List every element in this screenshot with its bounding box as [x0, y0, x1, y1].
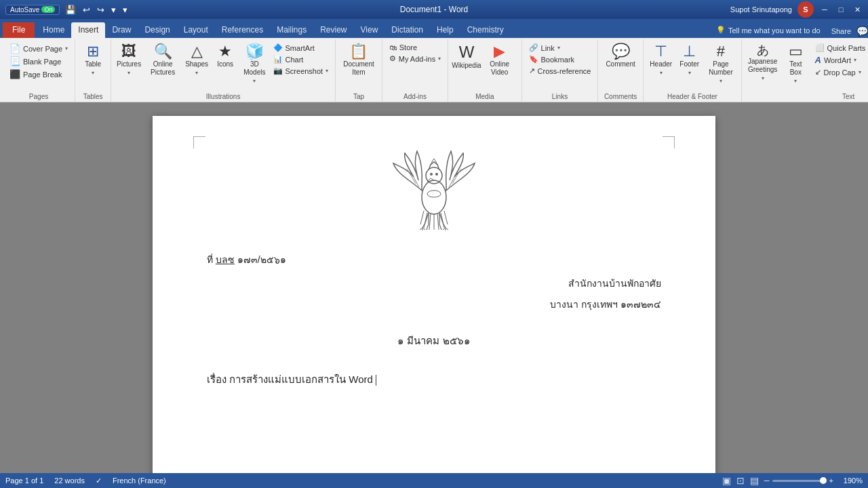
header-dropdown: ▾ — [660, 70, 663, 76]
comment-button[interactable]: 💬 Comment — [602, 42, 638, 70]
zoom-slider[interactable]: ─ + — [764, 476, 833, 485]
user-avatar[interactable]: S — [797, 1, 814, 18]
tell-me-text: Tell me what you want to do — [728, 26, 821, 35]
more-qat-button[interactable]: ▾ — [121, 5, 129, 15]
link-button[interactable]: 🔗 Link ▾ — [526, 42, 594, 54]
links-group-label: Links — [552, 92, 568, 100]
shapes-button[interactable]: △ Shapes ▾ — [183, 42, 210, 78]
zoom-level[interactable]: 190% — [839, 476, 863, 485]
table-button[interactable]: ⊞ Table ▾ — [79, 42, 106, 78]
footer-label: Footer — [679, 60, 699, 68]
pictures-label: Pictures — [117, 60, 141, 68]
chart-label: Chart — [285, 56, 304, 64]
icons-icon: ★ — [218, 44, 232, 59]
drop-cap-dropdown: ▾ — [859, 69, 861, 75]
wordart-button[interactable]: A WordArt ▾ — [812, 54, 868, 66]
redo-button[interactable]: ↪ — [96, 5, 106, 15]
store-button[interactable]: 🛍 Store — [387, 42, 443, 53]
cover-page-button[interactable]: 📄 Cover Page ▾ — [7, 42, 71, 55]
document-body[interactable]: ที่ บลซ ๑๗๓/๒๕๖๑ สำนักงานบ้านพักอาศัย บา… — [207, 251, 661, 388]
illustrations-group-label: Illustrations — [206, 92, 241, 100]
ribbon-group-media: W Wikipedia ▶ Online Video Media — [448, 39, 521, 102]
quick-parts-label: Quick Parts - — [827, 44, 868, 52]
text-box-button[interactable]: ▭ Text Box ▾ — [781, 42, 810, 86]
read-mode-button[interactable]: ▤ — [750, 475, 759, 486]
print-layout-button[interactable]: ▣ — [722, 475, 731, 486]
bookmark-icon: 🔖 — [529, 55, 538, 64]
zoom-in-button[interactable]: + — [829, 476, 833, 485]
tab-view[interactable]: View — [354, 22, 385, 38]
text-col2: ⬜ Quick Parts - ▾ A WordArt ▾ ↙ Drop Cap… — [812, 42, 868, 78]
document-item-button[interactable]: 📋 Document Item — [340, 42, 378, 79]
bookmark-button[interactable]: 🔖 Bookmark — [526, 54, 594, 65]
footer-button[interactable]: ⊥ Footer ▾ — [676, 42, 703, 78]
zoom-out-button[interactable]: ─ — [764, 476, 770, 485]
smartart-button[interactable]: 🔷 SmartArt — [271, 42, 332, 54]
online-pictures-button[interactable]: 🔍 Online Pictures — [144, 42, 182, 79]
tab-insert[interactable]: Insert — [71, 22, 105, 38]
language[interactable]: French (France) — [113, 476, 166, 485]
japanese-greetings-button[interactable]: あ JapaneseGreetings ▾ — [746, 42, 779, 83]
tab-design[interactable]: Design — [138, 22, 176, 38]
pictures-button[interactable]: 🖼 Pictures ▾ — [115, 42, 142, 78]
web-layout-button[interactable]: ⊡ — [736, 475, 745, 486]
tell-me-search[interactable]: 💡 Tell me what you want to do — [711, 24, 826, 37]
link-icon: 🔗 — [529, 43, 538, 52]
zoom-thumb — [820, 477, 827, 484]
blank-page-label: Blank Page — [23, 58, 61, 66]
quick-parts-button[interactable]: ⬜ Quick Parts - ▾ — [812, 42, 868, 54]
document-item-icon: 📋 — [349, 44, 368, 59]
cross-reference-button[interactable]: ↗ Cross-reference — [526, 65, 594, 77]
statusbar: Page 1 of 1 22 words ✓ French (France) ▣… — [0, 473, 868, 488]
user-name: Supot Srinutapong — [730, 5, 792, 14]
icons-button[interactable]: ★ Icons — [212, 42, 239, 70]
screenshot-button[interactable]: 📷 Screenshot ▾ — [271, 65, 332, 77]
page-number-button[interactable]: # Page Number ▾ — [705, 42, 737, 86]
page-break-button[interactable]: ⬛ Page Break — [7, 68, 71, 81]
tab-references[interactable]: References — [215, 22, 270, 38]
share-button[interactable]: Share — [826, 26, 856, 37]
online-video-icon: ▶ — [494, 44, 505, 59]
online-video-button[interactable]: ▶ Online Video — [482, 42, 517, 79]
addins-group-items: 🛍 Store ⚙ My Add-ins ▾ — [387, 42, 443, 92]
restore-button[interactable]: □ — [835, 4, 846, 15]
tab-review[interactable]: Review — [313, 22, 353, 38]
tab-draw[interactable]: Draw — [105, 22, 138, 38]
blank-page-button[interactable]: 📃 Blank Page — [7, 55, 71, 68]
tab-layout[interactable]: Layout — [177, 22, 215, 38]
my-addins-button[interactable]: ⚙ My Add-ins ▾ — [387, 53, 443, 64]
chart-button[interactable]: 📊 Chart — [271, 54, 332, 65]
table-label: Table — [85, 60, 101, 68]
tab-file[interactable]: File — [3, 22, 35, 38]
tap-group-label: Tap — [353, 92, 364, 100]
tables-group-items: ⊞ Table ▾ — [79, 42, 106, 92]
doc-date: ๑ มีนาคม ๒๕๖๑ — [207, 331, 661, 350]
autosave-toggle[interactable]: AutoSave On — [5, 5, 60, 15]
tab-chemistry[interactable]: Chemistry — [460, 22, 511, 38]
tab-mailings[interactable]: Mailings — [270, 22, 313, 38]
customize-qat-button[interactable]: ▾ — [110, 5, 117, 15]
header-button[interactable]: ⊤ Header ▾ — [648, 42, 675, 78]
drop-cap-button[interactable]: ↙ Drop Cap ▾ — [812, 66, 868, 78]
wikipedia-button[interactable]: W Wikipedia — [452, 42, 481, 72]
minimize-button[interactable]: ─ — [819, 4, 830, 15]
comments-group-label: Comments — [604, 92, 637, 100]
my-addins-icon: ⚙ — [389, 54, 396, 63]
document-page[interactable]: ที่ บลซ ๑๗๓/๒๕๖๑ สำนักงานบ้านพักอาศัย บา… — [153, 116, 715, 473]
comments-panel-button[interactable]: 💬 — [856, 26, 868, 37]
tab-dictation[interactable]: Dictation — [384, 22, 430, 38]
save-button[interactable]: 💾 — [64, 5, 77, 15]
3d-models-button[interactable]: 🧊 3D Models ▾ — [240, 42, 269, 86]
zoom-track[interactable] — [772, 480, 827, 482]
close-button[interactable]: ✕ — [852, 4, 863, 15]
tab-help[interactable]: Help — [430, 22, 460, 38]
table-icon: ⊞ — [87, 44, 99, 59]
addins-col: 🛍 Store ⚙ My Add-ins ▾ — [387, 42, 443, 64]
proofing-icon[interactable]: ✓ — [96, 476, 102, 485]
bookmark-label: Bookmark — [541, 56, 575, 64]
tab-home[interactable]: Home — [36, 22, 71, 38]
lightbulb-icon: 💡 — [716, 26, 726, 35]
illustrations-group-items: 🖼 Pictures ▾ 🔍 Online Pictures △ Shapes … — [115, 42, 331, 92]
my-addins-dropdown: ▾ — [438, 56, 441, 62]
undo-button[interactable]: ↩ — [81, 5, 92, 15]
